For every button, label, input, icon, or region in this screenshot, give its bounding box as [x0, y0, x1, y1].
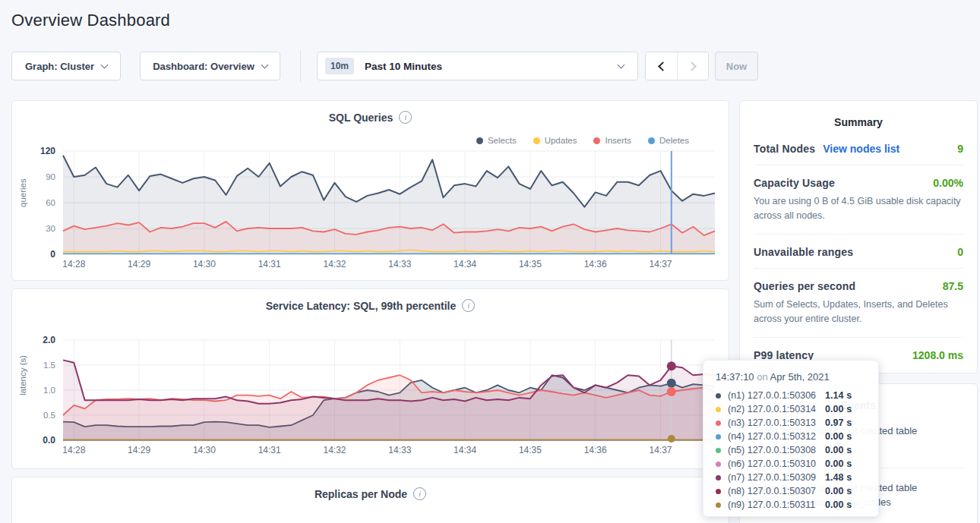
tooltip-value: 0.00 [825, 431, 843, 442]
time-range-label: Past 10 Minutes [365, 61, 442, 72]
chevron-right-icon [687, 61, 697, 71]
summary-label: Unavailable ranges [754, 246, 853, 258]
tooltip-row: (n4) 127.0.0.1:503120.00s [716, 430, 868, 443]
svg-text:1.5: 1.5 [43, 361, 55, 370]
chevron-down-icon [618, 61, 625, 68]
summary-value: 9 [957, 143, 963, 155]
dashboard-dropdown[interactable]: Dashboard: Overview [140, 52, 280, 80]
tooltip-row: (n9) 127.0.0.1:503110.00s [716, 498, 868, 512]
dashboard-dropdown-label: Dashboard: Overview [153, 61, 254, 72]
service-latency-chart[interactable]: 0.00.51.01.52.014:2814:2914:3014:3114:32… [12, 289, 730, 470]
tooltip-value: 1.14 [825, 390, 843, 401]
tooltip-row: (n6) 127.0.0.1:503100.00s [716, 457, 868, 471]
view-nodes-link[interactable]: View nodes list [823, 143, 899, 155]
tooltip-node-label: (n4) 127.0.0.1:50312 [728, 431, 825, 442]
summary-description: Sum of Selects, Updates, Inserts, and De… [754, 298, 963, 327]
series-color-dot [716, 503, 721, 508]
summary-title: Summary [740, 101, 977, 128]
service-latency-panel: Service Latency: SQL, 99th percentile i … [11, 288, 729, 469]
tooltip-unit: s [846, 486, 852, 496]
tooltip-node-label: (n5) 127.0.0.1:50308 [728, 445, 825, 455]
tooltip-unit: s [846, 472, 852, 483]
summary-row: Unavailable ranges0 [754, 235, 963, 269]
chevron-down-icon [261, 61, 268, 68]
tooltip-unit: s [846, 417, 852, 428]
chart-hover-tooltip: 14:37:10 on Apr 5th, 2021 (n1) 127.0.0.1… [703, 360, 879, 517]
time-next-button[interactable] [677, 52, 708, 80]
tooltip-value: 0.00 [825, 486, 843, 496]
summary-description: You are using 0 B of 4.5 GiB usable disk… [754, 194, 963, 224]
time-range-badge: 10m [325, 58, 354, 74]
series-color-dot [716, 421, 721, 426]
tooltip-value: 0.00 [825, 445, 843, 455]
tooltip-value: 0.00 [825, 404, 843, 414]
svg-text:60: 60 [46, 198, 55, 207]
tooltip-unit: s [846, 499, 852, 510]
info-icon[interactable]: i [413, 487, 426, 500]
svg-text:14:34: 14:34 [454, 445, 476, 455]
series-color-dot [716, 489, 721, 494]
summary-label: Queries per second [754, 280, 855, 292]
tooltip-node-label: (n1) 127.0.0.1:50306 [728, 390, 825, 401]
svg-text:14:36: 14:36 [584, 445, 607, 455]
tooltip-node-label: (n8) 127.0.0.1:50307 [728, 486, 825, 496]
time-range-selector[interactable]: 10m Past 10 Minutes [317, 52, 638, 80]
tooltip-node-label: (n6) 127.0.0.1:50310 [728, 458, 825, 469]
series-color-dot [716, 448, 721, 453]
summary-value: 87.5 [943, 280, 963, 292]
svg-text:0.5: 0.5 [43, 411, 55, 420]
tooltip-row: (n2) 127.0.0.1:503140.00s [716, 402, 868, 416]
replicas-per-node-panel: Replicas per Node i [11, 477, 729, 523]
time-prev-button[interactable] [646, 52, 677, 80]
tooltip-value: 0.00 [825, 499, 843, 510]
svg-text:0.0: 0.0 [43, 435, 55, 446]
tooltip-row: (n1) 127.0.0.1:503061.14s [716, 389, 868, 402]
svg-text:14:29: 14:29 [128, 445, 150, 455]
svg-text:14:33: 14:33 [388, 259, 411, 269]
tooltip-row: (n8) 127.0.0.1:503070.00s [716, 484, 868, 498]
tooltip-row: (n3) 127.0.0.1:503130.97s [716, 416, 868, 430]
summary-row: Queries per second87.5Sum of Selects, Up… [754, 269, 963, 338]
summary-row: Capacity Usage0.00%You are using 0 B of … [754, 165, 963, 235]
svg-text:1.0: 1.0 [43, 386, 55, 395]
tooltip-unit: s [846, 445, 852, 455]
svg-text:14:35: 14:35 [519, 445, 542, 455]
overview-dashboard-page: Overview Dashboard Graph: Cluster Dashbo… [0, 0, 980, 523]
graph-dropdown-label: Graph: Cluster [25, 61, 94, 72]
summary-row-main: Unavailable ranges0 [754, 246, 963, 258]
svg-text:14:29: 14:29 [128, 259, 150, 269]
chart-title: Replicas per Node [315, 488, 407, 500]
svg-text:14:28: 14:28 [62, 259, 85, 269]
summary-value: 0.00% [933, 177, 963, 189]
chevron-left-icon [658, 61, 668, 71]
svg-text:14:37: 14:37 [649, 445, 672, 455]
sql-queries-chart[interactable]: 030609012014:2814:2914:3014:3114:3214:33… [12, 101, 730, 281]
time-pager [645, 52, 709, 80]
svg-text:14:31: 14:31 [258, 445, 281, 455]
svg-text:120: 120 [40, 146, 55, 156]
graph-dropdown[interactable]: Graph: Cluster [11, 52, 121, 80]
series-color-dot [716, 462, 721, 467]
tooltip-value: 0.00 [825, 458, 843, 469]
svg-text:14:32: 14:32 [323, 445, 346, 455]
toolbar-divider [300, 50, 301, 82]
svg-text:14:37: 14:37 [649, 259, 672, 269]
svg-text:90: 90 [46, 172, 55, 181]
now-button[interactable]: Now [715, 52, 758, 80]
svg-text:14:36: 14:36 [584, 259, 607, 269]
series-color-dot [716, 407, 721, 412]
svg-text:14:32: 14:32 [323, 259, 346, 269]
svg-text:14:30: 14:30 [193, 445, 216, 455]
svg-text:14:31: 14:31 [258, 259, 281, 269]
summary-label: Capacity Usage [754, 177, 835, 189]
svg-text:2.0: 2.0 [43, 335, 55, 345]
svg-text:14:33: 14:33 [388, 445, 411, 455]
tooltip-node-label: (n3) 127.0.0.1:50313 [728, 417, 825, 428]
svg-text:30: 30 [46, 224, 55, 233]
tooltip-row: (n5) 127.0.0.1:503080.00s [716, 443, 868, 457]
tooltip-unit: s [846, 458, 852, 469]
summary-card: Summary Total NodesView nodes list9Capac… [739, 100, 978, 373]
tooltip-value: 0.97 [825, 417, 843, 428]
tooltip-node-label: (n9) 127.0.0.1:50311 [728, 499, 825, 510]
tooltip-row: (n7) 127.0.0.1:503091.48s [716, 471, 868, 484]
